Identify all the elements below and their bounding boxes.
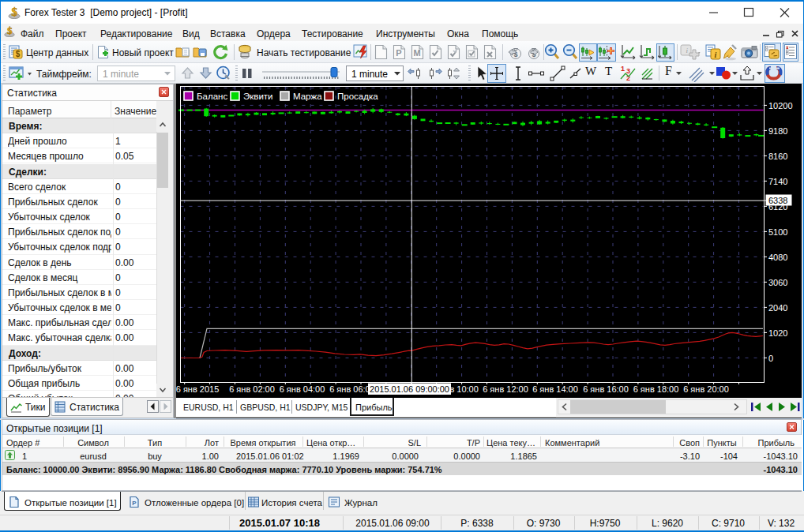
svg-text:i: i <box>715 51 717 59</box>
svg-text:6 янв 02:00: 6 янв 02:00 <box>229 384 275 394</box>
svg-text:6 янв 04:00: 6 янв 04:00 <box>280 384 325 394</box>
svg-text:$: $ <box>12 6 18 18</box>
svg-text:$: $ <box>7 26 13 36</box>
svg-text:6 янв 20:00: 6 янв 20:00 <box>683 384 729 394</box>
svg-text:Просадка: Просадка <box>337 92 378 101</box>
svg-text:0: 0 <box>768 354 773 363</box>
svg-text:Баланс: Баланс <box>197 92 227 101</box>
svg-text:6 янв 12:00: 6 янв 12:00 <box>483 384 528 394</box>
svg-text:7140: 7140 <box>768 177 787 186</box>
svg-text:6 янв 14:00: 6 янв 14:00 <box>532 384 578 394</box>
svg-text:6338: 6338 <box>768 196 787 205</box>
svg-text:10200: 10200 <box>768 101 793 111</box>
svg-text:Эквити: Эквити <box>243 92 273 101</box>
svg-text:2015.01.06 09:00:00: 2015.01.06 09:00:00 <box>370 384 449 394</box>
svg-text:5100: 5100 <box>768 227 787 237</box>
svg-text:2040: 2040 <box>768 303 787 313</box>
svg-text:1020: 1020 <box>768 328 787 338</box>
svg-text:3060: 3060 <box>768 278 787 287</box>
svg-text:8160: 8160 <box>768 152 787 161</box>
svg-text:1: 1 <box>621 65 625 73</box>
svg-text:$: $ <box>16 50 21 58</box>
svg-text:M: M <box>413 48 420 58</box>
svg-text:P: P <box>396 48 401 58</box>
svg-text:6 янв 2015: 6 янв 2015 <box>176 384 219 394</box>
svg-text:4080: 4080 <box>768 253 787 262</box>
svg-text:Маржа: Маржа <box>293 92 322 101</box>
svg-text:6 янв 18:00: 6 янв 18:00 <box>633 384 679 394</box>
svg-text:P: P <box>132 500 137 507</box>
svg-text:6 янв 16:00: 6 янв 16:00 <box>583 384 629 394</box>
svg-text:9180: 9180 <box>768 126 787 136</box>
